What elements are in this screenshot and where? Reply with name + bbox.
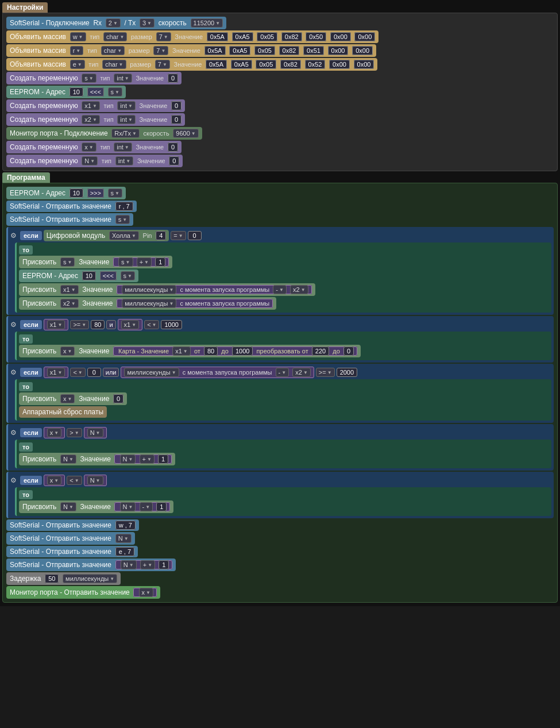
- if2-op1[interactable]: >=: [70, 320, 89, 329]
- plus-op[interactable]: +: [137, 257, 152, 267]
- send-n1-op[interactable]: +: [140, 560, 155, 569]
- assign-x-var[interactable]: x: [60, 346, 75, 356]
- var-x-row: Создать переменную x тип int Значение 0: [6, 141, 554, 153]
- softserial-send1-block: SoftSerial - Отправить значение r , 7: [6, 201, 137, 212]
- var-n-type[interactable]: int: [115, 156, 134, 165]
- rx-dropdown[interactable]: 2: [106, 18, 121, 28]
- array-w-name[interactable]: w: [70, 32, 86, 41]
- var-x-type[interactable]: int: [114, 142, 132, 152]
- x2-dd[interactable]: x2: [290, 285, 308, 294]
- speed-dropdown[interactable]: 115200: [191, 18, 223, 28]
- array-w-size[interactable]: 7: [156, 32, 171, 41]
- n-dd2[interactable]: N: [120, 502, 136, 511]
- millis-dd2[interactable]: миллисекунды: [122, 299, 176, 308]
- softserial-send1-row: SoftSerial - Отправить значение r , 7: [6, 201, 554, 212]
- array-e-type[interactable]: char: [102, 60, 126, 69]
- monitor-speed[interactable]: 9600: [173, 129, 198, 138]
- array-e-size[interactable]: 7: [155, 60, 170, 69]
- millis-op1[interactable]: -: [273, 285, 287, 294]
- array-e-name[interactable]: e: [70, 60, 85, 69]
- monitor-connect-row: Монитор порта - Подключение Rx/Tx скорос…: [6, 127, 554, 140]
- send-n1-dd[interactable]: N: [121, 560, 137, 569]
- array-w-type[interactable]: char: [103, 32, 127, 41]
- if2-x1b[interactable]: x1: [121, 320, 140, 329]
- assign-x1-var[interactable]: x1: [60, 285, 79, 294]
- millis-dd1[interactable]: миллисекунды: [122, 285, 176, 294]
- assign-n-var2[interactable]: N: [60, 502, 76, 511]
- if5-row: ⚙ если x < N: [10, 475, 551, 486]
- if4-x[interactable]: x: [47, 428, 61, 437]
- assign-n-var[interactable]: N: [60, 454, 76, 464]
- var-x2-type[interactable]: int: [117, 115, 136, 124]
- if4-row: ⚙ если x > N: [10, 427, 551, 438]
- reset-row: Аппаратный сброс платы: [19, 406, 549, 418]
- if5-x[interactable]: x: [47, 476, 61, 485]
- array-r-type[interactable]: char: [101, 46, 125, 55]
- if4-n[interactable]: N: [87, 428, 103, 437]
- var-s-name[interactable]: s: [82, 74, 96, 83]
- monitor-x-dd[interactable]: x: [139, 588, 153, 597]
- var-s-type[interactable]: int: [114, 74, 132, 83]
- var-x-block: Создать переменную x тип int Значение 0: [6, 141, 181, 153]
- declare-array-r: Объявить массив r тип char размер 7 Знач…: [6, 44, 376, 57]
- assign-s-var[interactable]: s: [60, 257, 75, 267]
- eeprom-var-dropdown[interactable]: s: [108, 87, 122, 97]
- if2-op2[interactable]: <: [144, 320, 159, 329]
- assign-x0-row: Присвоить x Значение 0: [19, 392, 549, 405]
- if3-x1[interactable]: x1: [47, 368, 65, 377]
- softserial-send2-row: SoftSerial - Отправить значение s: [6, 213, 554, 226]
- var-s-row: Создать переменную s тип int Значение 0: [6, 72, 554, 84]
- assign-s-row: Присвоить s Значение s + 1: [19, 256, 549, 268]
- var-n-name[interactable]: N: [82, 156, 98, 165]
- eeprom-settings-row: EEPROM - Адрес 10 <<< s: [6, 86, 554, 98]
- if1-op[interactable]: =: [171, 231, 186, 240]
- declare-array-w: Объявить массив w тип char размер 7 Знач…: [6, 30, 379, 43]
- var-x2-name[interactable]: x2: [82, 115, 100, 124]
- if3-millis-op[interactable]: -: [276, 368, 289, 377]
- softserial-connect-block: SoftSerial - Подключение Rx 2 / Tx 3 ско…: [6, 17, 226, 29]
- s-val-dd[interactable]: s: [118, 257, 133, 267]
- if2-x1[interactable]: x1: [47, 320, 65, 329]
- if5-gear-icon: ⚙: [10, 476, 18, 484]
- assign-x0-var[interactable]: x: [60, 394, 75, 403]
- delay-unit[interactable]: миллисекунды: [63, 574, 117, 583]
- n-minus[interactable]: -: [140, 502, 153, 511]
- then4-container: то Присвоить N Значение N + 1: [15, 440, 551, 468]
- if5-n[interactable]: N: [87, 476, 103, 485]
- if3-op1[interactable]: <: [70, 368, 85, 377]
- if3-x2[interactable]: x2: [292, 368, 311, 377]
- n-plus[interactable]: +: [140, 454, 155, 464]
- assign-x2-row: Присвоить x2 Значение миллисекунды с мом…: [19, 297, 549, 310]
- monitor-connect-block: Монитор порта - Подключение Rx/Tx скорос…: [6, 127, 202, 140]
- if5-container: ⚙ если x < N то Присвоить N: [6, 472, 554, 518]
- if5-op[interactable]: <: [67, 476, 82, 485]
- array-r-name[interactable]: r: [70, 46, 84, 55]
- var-x-name[interactable]: x: [82, 142, 96, 152]
- if3-container: ⚙ если x1 < 0 или миллисекунды с момента…: [6, 364, 554, 423]
- monitor-send-row: Монитор порта - Отправить значение x: [6, 586, 554, 599]
- var-x1-row: Создать переменную x1 тип int Значение 0: [6, 99, 554, 112]
- n-dd1[interactable]: N: [120, 454, 136, 464]
- array-r-size[interactable]: 7: [153, 46, 168, 55]
- then1-label-row: то: [19, 245, 549, 255]
- eeprom-then1-var[interactable]: s: [121, 271, 135, 280]
- var-x1-name[interactable]: x1: [82, 101, 100, 110]
- tx-dropdown[interactable]: 3: [140, 18, 155, 28]
- then5-container: то Присвоить N Значение N - 1: [15, 487, 551, 516]
- eeprom-prog-var[interactable]: s: [108, 188, 122, 198]
- send-n1-row: SoftSerial - Отправить значение N + 1: [6, 558, 554, 571]
- if1-gear-icon: ⚙: [10, 232, 18, 240]
- var-x1-type[interactable]: int: [117, 101, 136, 110]
- reset-block: Аппаратный сброс платы: [19, 406, 107, 418]
- program-block: EEPROM - Адрес 10 >>> s SoftSerial - Отп…: [2, 183, 558, 603]
- assign-x1-row: Присвоить x1 Значение миллисекунды с мом…: [19, 283, 549, 296]
- if3-millis[interactable]: миллисекунды: [124, 368, 179, 377]
- monitor-rxtx[interactable]: Rx/Tx: [111, 129, 140, 138]
- send-n-dd[interactable]: N: [115, 534, 132, 543]
- if3-op2[interactable]: >=: [316, 368, 335, 377]
- if4-op[interactable]: >: [67, 428, 82, 437]
- map-x1[interactable]: x1: [172, 346, 191, 356]
- send2-var[interactable]: s: [115, 215, 130, 224]
- assign-x2-var[interactable]: x2: [60, 299, 79, 308]
- holla-dropdown[interactable]: Холла: [109, 231, 139, 240]
